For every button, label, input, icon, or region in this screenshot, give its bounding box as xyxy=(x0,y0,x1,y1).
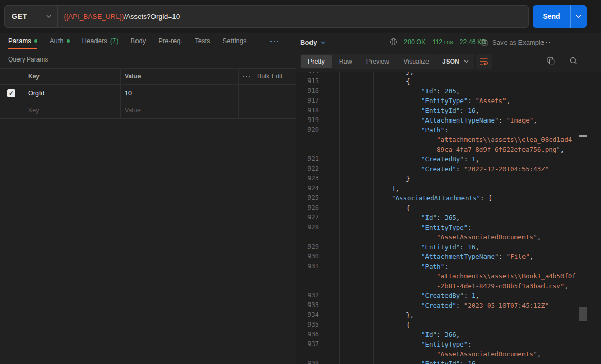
view-tab-preview[interactable]: Preview xyxy=(360,55,396,68)
indent-guide xyxy=(406,213,406,223)
params-more-options-button[interactable] xyxy=(243,76,250,77)
indent-guide xyxy=(392,145,392,154)
view-tab-visualize[interactable]: Visualize xyxy=(397,55,436,68)
tab-headers[interactable]: Headers(7) xyxy=(82,33,119,49)
json-token: "Created" xyxy=(421,301,456,309)
indent-guide xyxy=(362,291,362,300)
indent-guide xyxy=(406,96,406,106)
response-view-bar: PrettyRawPreviewVisualize JSON xyxy=(296,53,601,72)
param-value-placeholder[interactable]: Value xyxy=(121,102,239,118)
code-line: "AssetAssociatedDocuments", xyxy=(296,232,601,242)
code-line: 928"EntityType": xyxy=(296,223,601,232)
send-button-group: Send xyxy=(533,5,587,28)
tab-label: Tests xyxy=(195,37,210,45)
method-label: GET xyxy=(12,12,27,21)
indent-guide xyxy=(392,125,392,135)
view-tab-pretty[interactable]: Pretty xyxy=(301,55,332,68)
url-input[interactable]: {{API_BASE_URL}}/Assets?OrgId=10 xyxy=(58,6,528,27)
indent-guide xyxy=(373,174,374,184)
indent-guide xyxy=(339,359,340,364)
param-enabled-checkbox[interactable]: ✓ xyxy=(7,89,15,97)
indent-guide xyxy=(392,174,392,184)
query-params-header-row: Key Value Bulk Edit xyxy=(0,69,296,85)
method-selector[interactable]: GET xyxy=(5,6,58,27)
indent-guide xyxy=(362,72,362,76)
view-tab-raw[interactable]: Raw xyxy=(333,55,359,68)
indent-guide xyxy=(392,242,392,252)
right-gutter-divider xyxy=(592,33,592,364)
line-number: 934 xyxy=(296,310,319,320)
json-token: : xyxy=(460,107,468,114)
code-text: "EntityType": "Assets", xyxy=(421,96,510,106)
tab-params[interactable]: Params xyxy=(8,33,37,49)
json-token: , xyxy=(475,243,479,251)
indent-guide xyxy=(339,193,340,203)
json-token: "CreatedBy" xyxy=(421,155,464,163)
tab-settings[interactable]: Settings xyxy=(223,33,247,49)
indent-guide xyxy=(362,164,362,174)
indent-guide xyxy=(351,164,351,174)
indent-guide xyxy=(328,330,328,339)
send-label: Send xyxy=(542,12,560,21)
indent-guide xyxy=(362,193,362,203)
save-as-example-button[interactable]: Save as Example xyxy=(481,38,544,46)
indent-guide xyxy=(392,154,392,164)
tab-label: Auth xyxy=(50,37,64,45)
tab-body[interactable]: Body xyxy=(131,33,146,49)
tab-prereq[interactable]: Pre-req. xyxy=(158,33,182,49)
globe-icon[interactable] xyxy=(390,38,397,46)
chevron-down-icon xyxy=(46,15,51,18)
response-more-options-button[interactable] xyxy=(542,42,550,43)
param-key-placeholder[interactable]: Key xyxy=(23,102,121,118)
indent-guide xyxy=(406,271,406,281)
json-token: "2023-05-10T07:45:12Z" xyxy=(464,301,549,309)
json-token: "AttachmentTypeName" xyxy=(421,116,499,124)
code-text: "Created": "2023-05-10T07:45:12Z" xyxy=(421,300,549,310)
tab-tests[interactable]: Tests xyxy=(195,33,210,49)
bulk-edit-button[interactable]: Bulk Edit xyxy=(257,73,282,80)
line-number: 921 xyxy=(296,154,319,164)
json-token: , xyxy=(456,87,460,95)
indent-guide xyxy=(373,261,374,271)
indent-guide xyxy=(328,242,328,252)
indent-guide xyxy=(373,106,374,115)
param-key-field[interactable]: OrgId xyxy=(23,85,121,102)
tab-auth[interactable]: Auth xyxy=(50,33,70,49)
indent-guide xyxy=(351,359,351,364)
code-line: 915{ xyxy=(296,76,601,86)
send-options-button[interactable] xyxy=(570,5,587,28)
scrollbar-thumb[interactable] xyxy=(579,307,587,321)
json-token: "File" xyxy=(507,253,530,260)
json-token: , xyxy=(456,331,460,338)
param-value-field[interactable]: 10 xyxy=(121,85,239,102)
scrollbar-position-marker[interactable] xyxy=(579,135,587,137)
indent-guide xyxy=(373,184,374,193)
response-meta: 200 OK 112 ms 22.46 KB xyxy=(390,38,486,46)
chevron-down-icon xyxy=(464,60,469,63)
indent-guide xyxy=(328,320,328,330)
indent-guide xyxy=(351,213,351,223)
indent-guide xyxy=(351,223,351,232)
json-token: "Image" xyxy=(507,116,534,124)
json-response-content: 914},915{916"Id": 205,917"EntityType": "… xyxy=(296,72,601,364)
json-token: : xyxy=(464,155,472,163)
code-text: "Id": 365, xyxy=(421,213,460,223)
json-token: : xyxy=(460,243,468,251)
indent-guide xyxy=(328,359,328,364)
indent-guide xyxy=(339,223,340,232)
line-wrap-button[interactable] xyxy=(476,54,492,69)
copy-response-button[interactable] xyxy=(547,56,555,65)
indent-guide xyxy=(362,232,362,242)
json-token: : xyxy=(456,301,464,309)
send-button[interactable]: Send xyxy=(533,5,570,28)
indent-guide xyxy=(339,320,340,330)
json-token: 366 xyxy=(444,331,456,338)
code-text: "attachments\\assets\\Book1_a4b50f0f xyxy=(437,271,576,281)
language-dropdown[interactable]: JSON xyxy=(437,54,474,69)
indent-guide xyxy=(351,232,351,242)
indent-guide xyxy=(351,242,351,252)
search-response-button[interactable] xyxy=(569,56,578,65)
response-body-dropdown[interactable]: Body xyxy=(300,38,325,46)
more-request-tabs-button[interactable] xyxy=(270,41,278,42)
response-body-viewer[interactable]: 914},915{916"Id": 205,917"EntityType": "… xyxy=(296,72,601,364)
